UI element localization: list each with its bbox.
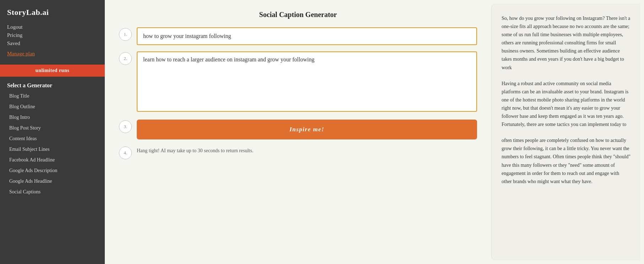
center-panel: Social Caption Generator 1. 2. learn how… — [105, 0, 491, 264]
step-2-textarea[interactable]: learn how to reach a larger audience on … — [137, 51, 477, 112]
generator-blog-outline[interactable]: Blog Outline — [0, 101, 105, 112]
right-panel-paragraph-1: So, how do you grow your following on In… — [502, 14, 631, 72]
right-panel-paragraph-2: Having a robust and active community on … — [502, 79, 631, 129]
step-4-circle: 4. — [119, 147, 132, 159]
step-2-input-wrapper: learn how to reach a larger audience on … — [137, 51, 477, 113]
generator-blog-title[interactable]: Blog Title — [0, 91, 105, 101]
generator-list: Blog Title Blog Outline Blog Intro Blog … — [0, 91, 105, 197]
right-panel: So, how do you grow your following on In… — [491, 4, 640, 260]
generator-social-captions[interactable]: Social Captions — [0, 187, 105, 197]
step-2-row: 2. learn how to reach a larger audience … — [119, 51, 477, 113]
main-content: Social Caption Generator 1. 2. learn how… — [105, 0, 644, 264]
step-1-row: 1. — [119, 27, 477, 45]
manage-plan-link[interactable]: Manage plan — [7, 50, 98, 57]
generator-facebook-ad-headline[interactable]: Facebook Ad Headline — [0, 155, 105, 165]
generator-email-subject-lines[interactable]: Email Subject Lines — [0, 144, 105, 155]
step-4-row: 4. Hang tight! AI may take up to 30 seco… — [119, 146, 477, 159]
right-panel-paragraph-3: often times people are completely confus… — [502, 136, 631, 186]
pricing-link[interactable]: Pricing — [7, 32, 98, 39]
step-1-input[interactable] — [137, 27, 477, 45]
generator-google-ads-headline[interactable]: Google Ads Headline — [0, 176, 105, 187]
step-3-row: 3. Inspire me! — [119, 120, 477, 139]
select-generator-label: Select a Generator — [0, 79, 105, 91]
nav-links: Logout Pricing Saved Manage plan — [0, 23, 105, 61]
sidebar: StoryLab.ai Logout Pricing Saved Manage … — [0, 0, 105, 264]
step-3-circle: 3. — [119, 120, 132, 133]
generator-blog-post-story[interactable]: Blog Post Story — [0, 123, 105, 133]
generator-content-ideas[interactable]: Content Ideas — [0, 133, 105, 144]
step-1-circle: 1. — [119, 28, 132, 41]
inspire-me-button[interactable]: Inspire me! — [137, 120, 477, 139]
logout-link[interactable]: Logout — [7, 23, 98, 31]
page-title: Social Caption Generator — [119, 11, 477, 19]
saved-link[interactable]: Saved — [7, 40, 98, 47]
step-2-circle: 2. — [119, 52, 132, 65]
unlimited-runs-badge: unlimited runs — [0, 65, 105, 77]
step-4-note: Hang tight! AI may take up to 30 seconds… — [137, 146, 253, 154]
generator-google-ads-description[interactable]: Google Ads Description — [0, 165, 105, 176]
generator-blog-intro[interactable]: Blog Intro — [0, 112, 105, 123]
step-1-input-wrapper — [137, 27, 477, 45]
app-logo: StoryLab.ai — [0, 0, 105, 23]
